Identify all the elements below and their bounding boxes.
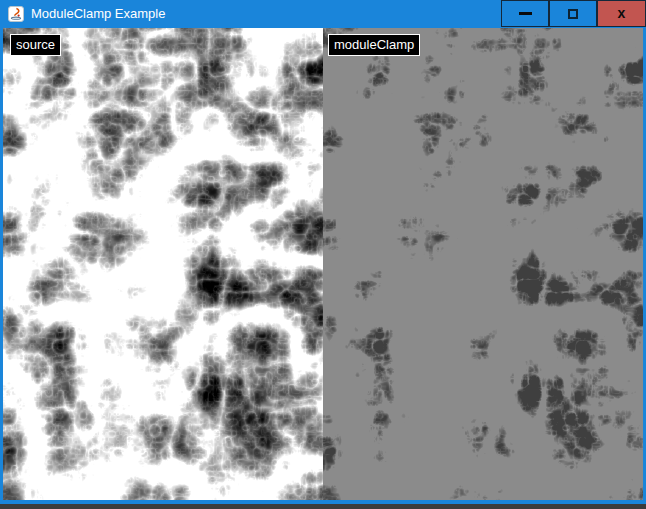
window-shadow-strip [0, 504, 646, 509]
window: ModuleClamp Example x source moduleClamp [0, 0, 646, 509]
moduleclamp-panel: moduleClamp [323, 28, 643, 500]
java-app-icon [8, 6, 24, 22]
close-icon: x [618, 6, 626, 20]
window-border-left [0, 28, 3, 500]
close-button[interactable]: x [597, 0, 646, 27]
source-label: source [10, 34, 61, 56]
moduleclamp-label: moduleClamp [328, 34, 420, 56]
maximize-icon [568, 9, 578, 19]
titlebar[interactable]: ModuleClamp Example x [0, 0, 646, 28]
maximize-button[interactable] [549, 0, 597, 27]
source-panel: source [3, 28, 323, 500]
minimize-icon [519, 12, 532, 15]
window-title: ModuleClamp Example [31, 0, 165, 28]
client-area: source moduleClamp [3, 28, 643, 500]
window-controls: x [501, 0, 646, 27]
minimize-button[interactable] [501, 0, 549, 27]
source-noise-image [3, 28, 323, 500]
clamped-noise-image [323, 28, 643, 500]
